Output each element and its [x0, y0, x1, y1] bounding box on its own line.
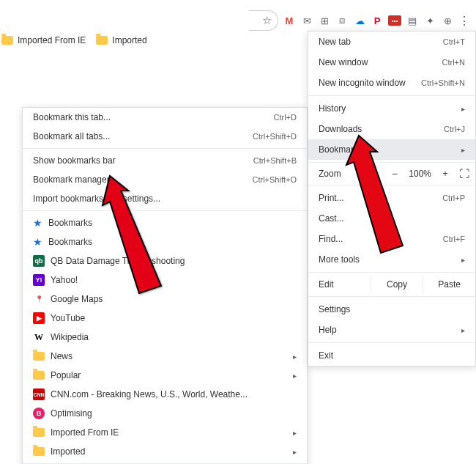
lastpass-icon[interactable]: ••• [388, 15, 401, 26]
zoom-value: 100% [409, 169, 431, 179]
cnn-icon: CNN [33, 388, 45, 400]
bookmark-item[interactable]: Y!Yahoo! [23, 270, 307, 290]
extension-icon-3[interactable]: ▤ [406, 14, 419, 27]
menu-settings[interactable]: Settings [308, 299, 475, 320]
menu-new-window[interactable]: New windowCtrl+N [308, 52, 475, 73]
extension-icon-1[interactable]: ✉ [300, 14, 313, 27]
folder-icon [33, 447, 45, 456]
menu-exit[interactable]: Exit [308, 345, 475, 366]
bookmark-item[interactable]: ★Bookmarks [23, 213, 307, 232]
menu-find[interactable]: Find...Ctrl+F [308, 229, 475, 249]
bookmark-label: CNN.com - Breaking News, U.S., World, We… [51, 389, 297, 399]
chrome-menu-icon[interactable]: ⋮ [458, 14, 470, 28]
bookmark-label: Imported [112, 35, 146, 45]
bookmark-label: Imported From IE [18, 35, 86, 45]
bookmarks-bar-item[interactable]: Imported [96, 35, 146, 45]
submenu-bookmark-manager[interactable]: Bookmark managerCtrl+Shift+O [23, 170, 307, 189]
chrome-main-menu: New tabCtrl+T New windowCtrl+N New incog… [308, 31, 476, 367]
pinterest-icon[interactable]: P [371, 14, 384, 27]
bookmark-label: Optimising [51, 408, 297, 419]
menu-history[interactable]: History▸ [308, 98, 475, 119]
menu-separator [308, 272, 475, 273]
menu-separator [308, 162, 475, 163]
wikipedia-icon: W [33, 331, 45, 343]
bookmark-star-icon: ★ [33, 217, 42, 229]
bookmark-item[interactable]: 📍Google Maps [23, 290, 307, 309]
youtube-icon: ▶ [33, 312, 45, 324]
chevron-right-icon: ▸ [293, 448, 297, 456]
submenu-bookmark-tab[interactable]: Bookmark this tab...Ctrl+D [23, 108, 307, 127]
bookmark-item[interactable]: News▸ [23, 347, 307, 366]
fullscreen-icon[interactable]: ⛶ [459, 168, 469, 180]
menu-separator [23, 148, 307, 149]
menu-zoom: Zoom – 100% + ⛶ [308, 165, 475, 183]
submenu-show-bar[interactable]: Show bookmarks barCtrl+Shift+B [23, 151, 307, 170]
extension-icon-2[interactable]: ⊞ [318, 14, 331, 27]
chevron-right-icon: ▸ [293, 372, 297, 380]
dropbox-icon[interactable]: ⧈ [335, 14, 349, 27]
bookmark-item[interactable]: ★Bookmarks [23, 232, 307, 251]
folder-icon [33, 371, 45, 380]
bookmark-label: QB Data Damage Troubleshooting [51, 256, 297, 266]
optimising-icon: B [33, 408, 45, 419]
folder-icon [1, 36, 13, 45]
bookmarks-bar: Imported From IE Imported [0, 35, 147, 45]
bookmark-label: Popular [51, 370, 287, 380]
menu-help[interactable]: Help▸ [308, 320, 475, 340]
zoom-in-button[interactable]: + [439, 169, 452, 179]
bookmark-label: Google Maps [51, 294, 297, 304]
bookmark-item[interactable]: Imported▸ [23, 442, 307, 461]
submenu-bookmark-all[interactable]: Bookmark all tabs...Ctrl+Shift+D [23, 127, 307, 146]
folder-icon [96, 36, 108, 45]
menu-separator [308, 342, 475, 343]
gmail-icon[interactable]: M [283, 14, 296, 27]
chevron-right-icon: ▸ [293, 429, 297, 437]
bookmarks-bar-item[interactable]: Imported From IE [1, 35, 86, 45]
extensions-puzzle-icon[interactable]: ✦ [423, 14, 436, 27]
paste-button[interactable]: Paste [423, 275, 475, 294]
bookmark-item[interactable]: WWikipedia [23, 328, 307, 347]
zoom-label: Zoom [319, 169, 341, 179]
omnibox-end: ☆ [249, 10, 278, 31]
bookmark-item[interactable]: CNNCNN.com - Breaking News, U.S., World,… [23, 385, 307, 404]
menu-more-tools[interactable]: More tools▸ [308, 249, 475, 270]
menu-edit-copy-paste: Edit Copy Paste [308, 275, 475, 294]
chevron-right-icon: ▸ [293, 353, 297, 361]
folder-icon [33, 428, 45, 437]
chevron-right-icon: ▸ [461, 105, 465, 113]
bookmark-label: Imported [51, 446, 287, 457]
bookmarks-submenu: Bookmark this tab...Ctrl+D Bookmark all … [22, 107, 308, 464]
bookmark-star-icon[interactable]: ☆ [262, 14, 272, 27]
onedrive-icon[interactable]: ☁ [353, 14, 366, 27]
menu-separator [308, 185, 475, 185]
menu-new-tab[interactable]: New tabCtrl+T [308, 32, 475, 52]
menu-separator [23, 210, 307, 211]
edit-label: Edit [308, 275, 371, 294]
bookmark-label: News [51, 351, 287, 361]
menu-bookmarks[interactable]: Bookmarks▸ [308, 139, 475, 160]
bookmark-item[interactable]: BOptimising [23, 404, 307, 423]
menu-separator [308, 296, 475, 297]
menu-downloads[interactable]: DownloadsCtrl+J [308, 119, 475, 139]
yahoo-icon: Y! [33, 274, 45, 286]
chevron-right-icon: ▸ [461, 326, 465, 334]
extension-icon-4[interactable]: ⊕ [441, 14, 454, 27]
bookmark-item[interactable]: Imported From IE▸ [23, 423, 307, 442]
copy-button[interactable]: Copy [371, 275, 424, 294]
bookmark-item[interactable]: ▶YouTube [23, 309, 307, 328]
bookmark-label: YouTube [51, 313, 297, 323]
menu-print[interactable]: Print...Ctrl+P [308, 188, 475, 208]
menu-cast[interactable]: Cast... [308, 208, 475, 229]
bookmark-label: Imported From IE [51, 427, 287, 438]
bookmark-item[interactable]: Popular▸ [23, 366, 307, 385]
chevron-right-icon: ▸ [461, 256, 465, 264]
submenu-import[interactable]: Import bookmarks and settings... [23, 189, 307, 208]
bookmark-label: Yahoo! [51, 275, 297, 285]
menu-separator [308, 95, 475, 96]
bookmark-item[interactable]: qbQB Data Damage Troubleshooting [23, 251, 307, 270]
browser-toolbar: ☆ M ✉ ⊞ ⧈ ☁ P ••• ▤ ✦ ⊕ ⋮ [249, 10, 476, 31]
zoom-out-button[interactable]: – [388, 169, 401, 179]
folder-icon [33, 352, 45, 361]
menu-new-incognito[interactable]: New incognito windowCtrl+Shift+N [308, 73, 475, 93]
chevron-right-icon: ▸ [461, 146, 465, 154]
